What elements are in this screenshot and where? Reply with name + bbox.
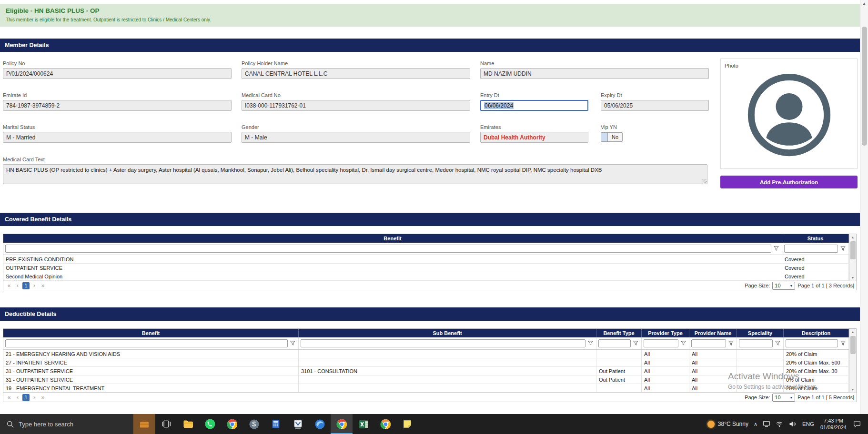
scroll-down-icon[interactable]: ▼ bbox=[851, 386, 855, 393]
filter-icon[interactable] bbox=[773, 245, 780, 252]
first-page-button[interactable]: « bbox=[5, 282, 13, 289]
emirate-id-input[interactable]: 784-1987-3974859-2 bbox=[3, 100, 232, 111]
filter-icon[interactable] bbox=[680, 340, 687, 347]
prev-page-button[interactable]: ‹ bbox=[14, 282, 21, 289]
taskbar-sticky-notes[interactable] bbox=[396, 414, 418, 434]
taskbar-clock[interactable]: 7:43 PM 01/09/2024 bbox=[820, 417, 847, 431]
first-page-button[interactable]: « bbox=[5, 394, 13, 401]
taskbar: 38°C Sunny ∧ ENG 7:43 PM 01/09/2024 bbox=[0, 414, 868, 434]
taskbar-search[interactable] bbox=[0, 414, 133, 434]
covered-benefit-filter-input[interactable] bbox=[5, 245, 771, 253]
scrollbar-thumb[interactable] bbox=[862, 27, 867, 146]
covered-column-benefit[interactable]: Benefit bbox=[3, 234, 782, 243]
page-size-select[interactable]: 10 ▼ bbox=[772, 282, 795, 290]
scrollbar-thumb[interactable] bbox=[850, 241, 856, 259]
current-page-button[interactable]: 1 bbox=[22, 282, 30, 289]
deduct-column-speciality[interactable]: Speciality bbox=[737, 329, 784, 337]
benefit-cell: 19 - EMERGENCY DENTAL TREATMENT bbox=[3, 384, 299, 392]
search-input[interactable] bbox=[19, 421, 133, 428]
filter-icon[interactable] bbox=[839, 245, 847, 252]
deduct-column-description[interactable]: Description bbox=[784, 329, 849, 337]
medical-card-text-input[interactable]: HN BASIC PLUS (OP restricted to clinics)… bbox=[3, 164, 707, 184]
language-indicator[interactable]: ENG bbox=[801, 421, 815, 427]
deduct-column-provider-name[interactable]: Provider Name bbox=[689, 329, 737, 337]
hidden-icons-chevron[interactable]: ∧ bbox=[754, 421, 757, 427]
deduct-benefit-filter-input[interactable] bbox=[5, 339, 288, 347]
deduct-column-sub-benefit[interactable]: Sub Benefit bbox=[299, 329, 596, 337]
policy-holder-name-input[interactable]: CANAL CENTRAL HOTEL L.L.C bbox=[242, 68, 470, 79]
policy-no-input[interactable]: P/01/2024/000624 bbox=[3, 68, 232, 79]
taskbar-app-gray[interactable] bbox=[243, 414, 265, 434]
deduct-provider-type-filter-input[interactable] bbox=[644, 339, 678, 347]
next-page-button[interactable]: › bbox=[30, 394, 38, 401]
taskbar-weather[interactable]: 38°C Sunny bbox=[707, 421, 748, 428]
deduct-column-benefit[interactable]: Benefit bbox=[3, 329, 299, 337]
entry-dt-input[interactable]: 06/06/2024 bbox=[480, 100, 588, 111]
gender-label: Gender bbox=[242, 124, 470, 130]
covered-status-filter-input[interactable] bbox=[784, 245, 838, 253]
name-input[interactable]: MD NAZIM UDDIN bbox=[480, 68, 709, 79]
scroll-down-icon[interactable]: ▼ bbox=[851, 275, 855, 281]
emirates-label: Emirates bbox=[480, 124, 588, 130]
wifi-icon[interactable] bbox=[776, 420, 783, 428]
vip-yn-toggle[interactable]: No bbox=[601, 132, 623, 142]
last-page-button[interactable]: » bbox=[39, 282, 47, 289]
covered-benefit-row[interactable]: OUTPATIENT SERVICE Covered bbox=[3, 264, 849, 272]
taskbar-app-briefcase[interactable] bbox=[133, 414, 155, 434]
deductible-row[interactable]: 31 - OUTPATIENT SERVICE Out Patient All … bbox=[3, 375, 849, 384]
scrollbar-thumb[interactable] bbox=[850, 336, 856, 354]
deductible-row[interactable]: 21 - EMERGENCY HEARING AND VISION AIDS A… bbox=[3, 350, 849, 358]
expiry-dt-input[interactable]: 05/06/2025 bbox=[601, 100, 709, 111]
covered-column-status[interactable]: Status bbox=[782, 234, 849, 243]
deduct-description-filter-input[interactable] bbox=[786, 339, 838, 347]
gender-input[interactable]: M - Male bbox=[242, 132, 470, 143]
deduct-column-benefit-type[interactable]: Benefit Type bbox=[596, 329, 642, 337]
deductible-row[interactable]: 19 - EMERGENCY DENTAL TREATMENT All All … bbox=[3, 384, 849, 393]
benefit-cell: PRE-EXISTING CONDITION bbox=[3, 255, 782, 263]
marital-status-input[interactable]: M - Married bbox=[3, 132, 232, 143]
prev-page-button[interactable]: ‹ bbox=[14, 394, 21, 401]
medical-card-no-input[interactable]: I038-000-117931762-01 bbox=[242, 100, 470, 111]
emirates-input[interactable]: Dubai Health Authority bbox=[480, 132, 588, 143]
deduct-speciality-filter-input[interactable] bbox=[739, 339, 773, 347]
last-page-button[interactable]: » bbox=[39, 394, 47, 401]
page-size-select[interactable]: 10 ▼ bbox=[772, 394, 795, 402]
taskbar-file-explorer[interactable] bbox=[177, 414, 199, 434]
taskbar-task-view[interactable] bbox=[155, 414, 177, 434]
resize-handle-icon[interactable] bbox=[702, 179, 707, 183]
deduct-column-provider-type[interactable]: Provider Type bbox=[642, 329, 689, 337]
filter-icon[interactable] bbox=[839, 340, 847, 347]
filter-icon[interactable] bbox=[289, 340, 296, 347]
taskbar-calculator[interactable] bbox=[265, 414, 287, 434]
covered-grid-scrollbar[interactable]: ▲ ▼ bbox=[849, 234, 856, 281]
filter-icon[interactable] bbox=[632, 340, 639, 347]
filter-icon[interactable] bbox=[774, 340, 781, 347]
taskbar-chrome[interactable] bbox=[221, 414, 243, 434]
volume-icon[interactable] bbox=[788, 420, 796, 428]
taskbar-chrome-2[interactable] bbox=[374, 414, 396, 434]
filter-icon[interactable] bbox=[587, 340, 594, 347]
covered-benefit-row[interactable]: PRE-EXISTING CONDITION Covered bbox=[3, 255, 849, 264]
taskbar-chrome-active[interactable] bbox=[331, 414, 353, 434]
add-preauthorization-button[interactable]: Add Pre-Authorization bbox=[720, 176, 858, 188]
scroll-up-icon[interactable]: ▲ bbox=[862, 0, 866, 8]
filter-icon[interactable] bbox=[727, 340, 735, 347]
network-icon[interactable] bbox=[763, 420, 770, 428]
deduct-sub-benefit-filter-input[interactable] bbox=[301, 339, 585, 347]
deduct-provider-name-filter-input[interactable] bbox=[691, 339, 726, 347]
current-page-button[interactable]: 1 bbox=[22, 394, 30, 401]
scroll-up-icon[interactable]: ▲ bbox=[851, 234, 855, 240]
deduct-benefit-type-filter-input[interactable] bbox=[598, 339, 631, 347]
next-page-button[interactable]: › bbox=[30, 282, 38, 289]
covered-benefit-row[interactable]: Second Medical Opinion Covered bbox=[3, 272, 849, 281]
deductible-row[interactable]: 31 - OUTPATIENT SERVICE 3101 - CONSULTAT… bbox=[3, 367, 849, 375]
deductible-grid-scrollbar[interactable]: ▲ ▼ bbox=[849, 329, 856, 393]
taskbar-vision-app[interactable] bbox=[287, 414, 309, 434]
scroll-up-icon[interactable]: ▲ bbox=[851, 329, 855, 335]
deductible-row[interactable]: 27 - INPATIENT SERVICE All All 20% of Cl… bbox=[3, 358, 849, 367]
taskbar-excel[interactable] bbox=[353, 414, 374, 434]
taskbar-whatsapp[interactable] bbox=[199, 414, 221, 434]
taskbar-edge[interactable] bbox=[309, 414, 331, 434]
action-center-icon[interactable] bbox=[852, 420, 864, 428]
page-scrollbar[interactable]: ▲ bbox=[860, 0, 868, 414]
